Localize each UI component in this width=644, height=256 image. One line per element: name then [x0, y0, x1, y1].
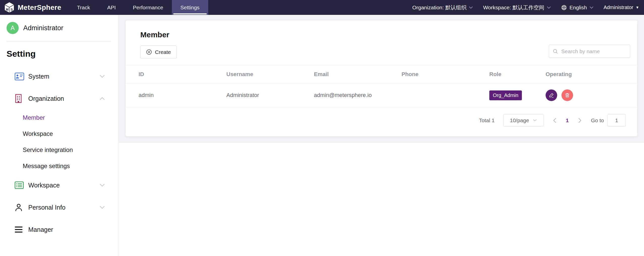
page-number[interactable]: 1	[566, 117, 569, 123]
chevron-down-icon	[100, 75, 105, 78]
workspace-label: Workspace: 默认工作空间	[483, 4, 544, 11]
page-title: Member	[126, 30, 169, 39]
delete-button[interactable]	[561, 89, 573, 101]
sidebar-user: A Administrator	[7, 22, 119, 34]
main-content: Member Create	[119, 15, 644, 256]
table-header-row: ID Username Email Phone Role Operating	[126, 65, 637, 83]
cell-id: admin	[139, 92, 226, 99]
search-input[interactable]	[561, 48, 626, 55]
brand-name: MeterSphere	[18, 4, 61, 12]
divider	[7, 42, 111, 42]
workspace-switcher[interactable]: Workspace: 默认工作空间	[483, 4, 551, 11]
column-header-role: Role	[489, 71, 546, 78]
column-header-id: ID	[139, 71, 226, 78]
svg-text:S: S	[11, 8, 13, 11]
sidebar-item-label: Workspace	[28, 182, 60, 189]
column-header-phone: Phone	[401, 71, 489, 78]
sidebar-item-manager[interactable]: Manager	[0, 218, 119, 241]
building-icon	[15, 94, 26, 103]
sidebar-item-service-integration[interactable]: Service integration	[0, 142, 119, 158]
sidebar-menu: System Organization	[0, 65, 119, 241]
page-size-select[interactable]: 10/page	[503, 114, 544, 126]
sidebar-item-organization[interactable]: Organization	[0, 87, 119, 110]
sidebar: A Administrator Setting System	[0, 15, 119, 256]
user-name-label: Administrator	[604, 5, 633, 10]
svg-text:M: M	[6, 8, 9, 11]
cell-email: admin@metersphere.io	[314, 92, 401, 99]
brand[interactable]: M S MeterSphere	[4, 2, 61, 13]
caret-down-icon: ▾	[636, 5, 638, 10]
total-label: Total 1	[479, 117, 495, 123]
member-table: ID Username Email Phone Role Operating a…	[126, 65, 637, 107]
sidebar-item-member[interactable]: Member	[0, 110, 119, 126]
chevron-up-icon	[100, 97, 105, 100]
menu-icon	[15, 226, 26, 233]
cell-operating	[546, 89, 637, 101]
top-navbar: M S MeterSphere Track API Performance Se…	[0, 0, 644, 15]
plus-circle-icon	[146, 49, 152, 55]
sidebar-item-workspace-group[interactable]: Workspace	[0, 174, 119, 196]
sidebar-item-system[interactable]: System	[0, 65, 119, 87]
trash-icon	[564, 92, 570, 98]
globe-icon	[561, 5, 567, 11]
sidebar-item-label: System	[28, 73, 49, 80]
chevron-down-icon	[100, 184, 105, 187]
list-icon	[15, 181, 26, 189]
organization-label: Organization: 默认组织	[412, 4, 467, 11]
search-box	[549, 45, 630, 58]
language-label: English	[570, 5, 587, 11]
metersphere-logo-icon: M S	[4, 2, 15, 13]
user-menu[interactable]: Administrator ▾	[604, 5, 638, 10]
column-header-email: Email	[314, 71, 401, 78]
cell-username: Administrator	[226, 92, 314, 99]
organization-switcher[interactable]: Organization: 默认组织	[412, 4, 473, 11]
edit-icon	[548, 92, 554, 98]
edit-button[interactable]	[546, 89, 557, 101]
role-badge: Org_Admin	[489, 90, 522, 100]
person-icon	[15, 203, 26, 212]
column-header-operating: Operating	[546, 71, 637, 78]
page-section-heading: Setting	[7, 49, 119, 59]
nav-tab-api[interactable]: API	[99, 0, 124, 15]
chevron-down-icon	[100, 206, 105, 209]
search-icon	[553, 49, 558, 54]
sidebar-item-label: Organization	[28, 95, 64, 102]
sidebar-user-name: Administrator	[23, 24, 63, 32]
language-switcher[interactable]: English	[561, 5, 594, 11]
sidebar-item-label: Personal Info	[28, 204, 65, 211]
sidebar-item-label: Manager	[28, 226, 53, 233]
create-button[interactable]: Create	[140, 46, 177, 58]
nav-tab-track[interactable]: Track	[68, 0, 99, 15]
nav-tab-settings[interactable]: Settings	[172, 0, 208, 15]
chevron-left-icon[interactable]	[552, 118, 557, 123]
goto-label: Go to	[591, 117, 604, 123]
goto-page-input[interactable]	[607, 114, 626, 126]
nav-tab-performance[interactable]: Performance	[124, 0, 172, 15]
avatar: A	[7, 22, 19, 34]
chevron-down-icon	[533, 119, 537, 121]
sidebar-item-message-settings[interactable]: Message settings	[0, 158, 119, 174]
chevron-down-icon	[469, 6, 473, 9]
sidebar-item-workspace-sub[interactable]: Workspace	[0, 126, 119, 142]
chevron-right-icon[interactable]	[577, 118, 582, 123]
cell-role: Org_Admin	[489, 90, 546, 100]
member-card: Member Create	[126, 20, 637, 136]
id-card-icon	[15, 73, 26, 80]
chevron-down-icon	[589, 6, 594, 9]
chevron-down-icon	[547, 6, 551, 9]
sidebar-item-personal-info[interactable]: Personal Info	[0, 196, 119, 218]
pagination: Total 1 10/page 1 Go to	[479, 114, 626, 126]
column-header-username: Username	[226, 71, 314, 78]
table-row: admin Administrator admin@metersphere.io…	[126, 83, 637, 107]
